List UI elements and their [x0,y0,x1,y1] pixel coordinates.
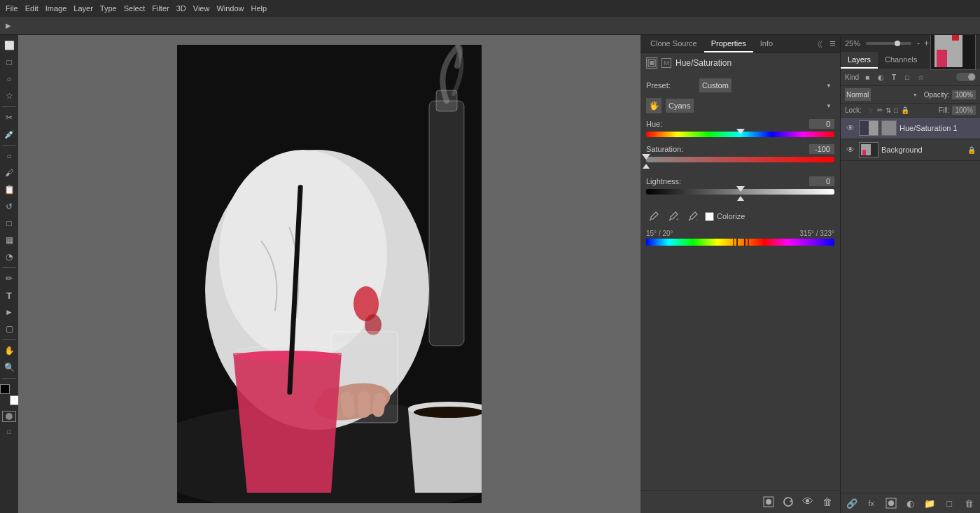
info-tab[interactable]: Info [753,35,780,52]
saturation-value[interactable]: -100 [809,144,834,154]
layer-visibility-bg[interactable]: 👁 [845,144,856,155]
app-menu-file[interactable]: File [6,4,18,13]
eyedropper-tool[interactable]: 💉 [1,127,17,142]
main-area: ⬜ □ ○ ☆ ✂ 💉 ○ 🖌 📋 ↺ □ ▦ ◔ ✏ T ► ▢ ✋ 🔍 □ [0,35,980,513]
filter-type-icon[interactable]: T [888,71,899,83]
zoom-tool[interactable]: 🔍 [1,360,17,375]
saturation-slider-thumb[interactable] [642,154,650,160]
fill-value[interactable]: 100% [952,106,976,115]
app-menu-3d[interactable]: 3D [176,4,186,13]
eyedropper-btn[interactable] [646,209,662,224]
history-brush-tool[interactable]: ↺ [1,199,17,214]
dodge-tool[interactable]: ◔ [1,249,17,265]
filter-toggle[interactable] [956,73,976,81]
lightness-value[interactable]: 0 [809,176,834,186]
eyedropper-plus-btn[interactable]: + [666,209,681,224]
quick-mask-button[interactable] [2,411,16,422]
lock-move-icon[interactable]: ⇅ [886,106,891,114]
hue-slider-track[interactable] [646,132,834,137]
spot-heal-tool[interactable]: ○ [1,148,17,164]
hue-value[interactable]: 0 [809,119,834,129]
add-group-icon[interactable]: 📁 [923,496,937,510]
lock-paint-icon[interactable]: ✏ [877,106,883,114]
light-bottom-thumb[interactable] [737,196,744,201]
zoom-slider[interactable] [866,42,911,45]
app-menu-layer[interactable]: Layer [74,4,93,13]
layer-item-background[interactable]: 👁 Background 🔒 [841,139,980,161]
panel-menu-btn[interactable]: ☰ [827,39,837,49]
filter-smart-icon[interactable]: ☆ [915,71,926,83]
stamp-tool[interactable]: 📋 [1,182,17,197]
thumbnail-image [930,35,976,70]
add-mask-icon[interactable] [884,496,898,510]
saturation-slider-track[interactable] [646,157,834,162]
zoom-thumb[interactable] [895,41,900,46]
clone-source-tab[interactable]: Clone Source [643,35,704,52]
add-layer-mask-icon[interactable] [762,495,776,509]
delete-layer-icon[interactable]: 🗑 [962,496,976,510]
marquee-tool[interactable]: □ [1,55,17,70]
filter-shape-icon[interactable]: □ [902,71,913,83]
lightness-slider-thumb[interactable] [736,186,745,192]
lasso-tool[interactable]: ○ [1,71,17,87]
foreground-color-swatch[interactable] [0,384,10,394]
filter-pixel-icon[interactable]: ■ [862,71,873,83]
eraser-tool[interactable]: □ [1,216,17,231]
app-menu-filter[interactable]: Filter [152,4,169,13]
add-layer-icon[interactable]: □ [942,496,956,510]
add-link-icon[interactable]: 🔗 [845,496,859,510]
type-tool[interactable]: T [1,288,17,303]
layers-tab[interactable]: Layers [841,52,878,69]
previous-state-icon[interactable] [781,495,795,509]
app-menu-view[interactable]: View [193,4,210,13]
eyedropper-minus-btn[interactable]: - [685,209,701,224]
properties-tab[interactable]: Properties [704,35,753,52]
view-icon[interactable]: 👁 [801,495,815,509]
saturation-section: Saturation: -100 [646,144,834,169]
brush-tool[interactable]: 🖌 [1,165,17,181]
pen-tool[interactable]: ✏ [1,271,17,286]
app-menu-window[interactable]: Window [216,4,244,13]
channel-select[interactable]: Cyans [666,99,694,113]
preset-select[interactable]: Custom [699,78,732,92]
lock-all-icon[interactable]: 🔒 [901,106,909,114]
layer-visibility-hue-sat[interactable]: 👁 [845,122,856,134]
blend-mode-select[interactable]: Normal [845,88,871,101]
colorize-label[interactable]: Colorize [705,212,745,221]
colorize-checkbox[interactable] [705,212,714,221]
move-tool[interactable]: ⬜ [1,38,17,53]
lock-transparent-icon[interactable]: ◾ [866,106,874,114]
delete-icon[interactable]: 🗑 [820,495,834,509]
lock-artboard-icon[interactable]: □ [894,106,898,114]
panel-collapse-btn[interactable]: 〈〈 [815,39,825,49]
app-menu-type[interactable]: Type [100,4,117,13]
channels-tab[interactable]: Channels [878,52,924,69]
app-menu-image[interactable]: Image [46,4,67,13]
app-menu-edit[interactable]: Edit [25,4,38,13]
sat-bottom-thumb[interactable] [643,164,650,169]
crop-tool[interactable]: ✂ [1,110,17,125]
panel-title: Hue/Saturation [676,58,732,68]
app-menu-help[interactable]: Help [251,4,267,13]
zoom-in-btn[interactable]: + [924,38,929,48]
color-range-bar[interactable] [646,239,834,246]
add-adjustment-icon[interactable]: ◐ [904,496,918,510]
hand-tool[interactable]: ✋ [1,343,17,358]
rectangle-tool[interactable]: ▢ [1,321,17,337]
screen-mode-button[interactable]: □ [2,426,16,437]
layer-item-hue-saturation[interactable]: 👁 Hue/Saturation 1 [841,118,980,139]
gradient-tool[interactable]: ▦ [1,232,17,248]
hue-slider-thumb[interactable] [736,129,745,134]
channel-hand-btn[interactable]: 🖐 [646,98,662,113]
wand-tool[interactable]: ☆ [1,88,17,104]
svg-point-41 [888,500,894,506]
path-select-tool[interactable]: ► [1,304,17,320]
app-menu-select[interactable]: Select [124,4,146,13]
add-fx-icon[interactable]: fx [864,496,878,510]
zoom-out-btn[interactable]: - [917,38,920,48]
canvas-image [177,45,482,503]
lightness-slider-track[interactable] [646,189,834,195]
opacity-value[interactable]: 100% [952,90,976,99]
preset-label: Preset: [646,81,695,90]
filter-adjustment-icon[interactable]: ◐ [875,71,886,83]
